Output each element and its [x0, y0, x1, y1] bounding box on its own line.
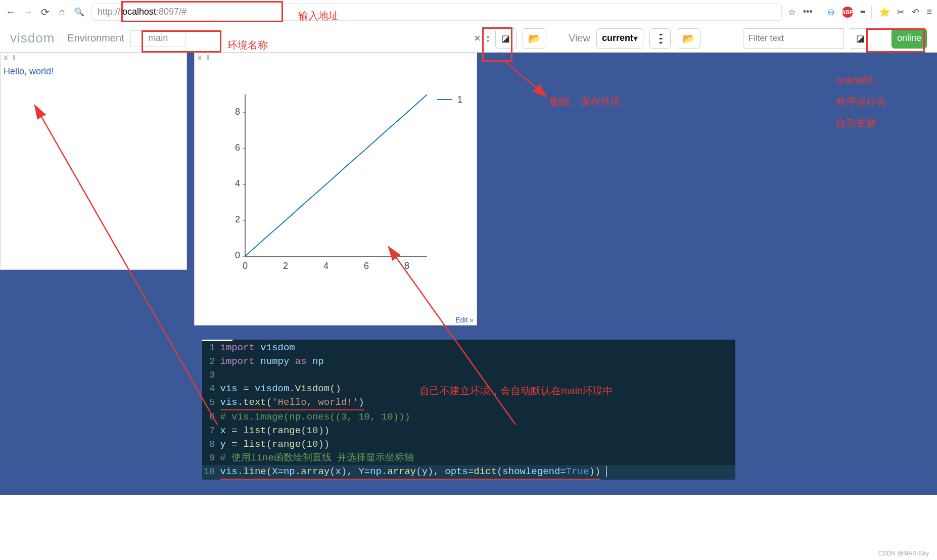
plot-edit-link[interactable]: Edit »: [455, 316, 474, 324]
eraser-button[interactable]: ◪: [495, 28, 517, 49]
environment-label: Environment: [67, 32, 124, 44]
eraser-icon: ◪: [501, 33, 510, 44]
reload-icon[interactable]: ⟳: [39, 6, 51, 18]
ext-icon-grid[interactable]: ▪▪: [860, 7, 865, 17]
svg-text:8: 8: [235, 107, 240, 117]
folder-open-icon: 📂: [682, 32, 695, 44]
view-label: View: [569, 32, 590, 44]
folder-button-2[interactable]: 📂: [677, 28, 700, 49]
adblock-icon[interactable]: ABP: [842, 7, 853, 18]
watermark: CSDN @MAR-Sky: [878, 550, 929, 557]
menu-icon[interactable]: ≡: [926, 7, 932, 17]
svg-text:2: 2: [235, 214, 240, 224]
ext-icon-1[interactable]: ⊖: [827, 7, 835, 18]
plot-panel[interactable]: X ⇩ 0 2 4 6 8 0 2 4: [194, 53, 477, 325]
divider: [871, 6, 872, 19]
eraser-icon: ◪: [856, 33, 865, 44]
line-chart: 0 2 4 6 8 0 2 4 6 8 1: [195, 64, 467, 307]
pin-icon[interactable]: ⇩: [205, 54, 211, 63]
grid-button[interactable]: ▪▪▪▪▪▪▪▪▪: [649, 28, 671, 49]
back-icon[interactable]: ←: [5, 6, 16, 18]
search-icon[interactable]: 🔍: [74, 7, 85, 17]
close-icon[interactable]: X: [4, 54, 8, 63]
env-stepper[interactable]: ▴▾: [487, 34, 489, 43]
star-icon[interactable]: ☆: [788, 7, 796, 18]
code-area: 1import visdom 2import numpy as np 3 4vi…: [0, 340, 937, 495]
folder-open-icon: 📂: [528, 32, 541, 44]
url-protocol: http://: [98, 7, 120, 17]
scissors-icon[interactable]: ✂: [897, 7, 905, 18]
visdom-canvas: X ⇩ Hello, world! X ⇩ 0 2 4 6 8: [0, 53, 937, 340]
folder-button[interactable]: 📂: [523, 28, 546, 49]
svg-text:8: 8: [404, 261, 409, 271]
text-panel[interactable]: X ⇩ Hello, world!: [0, 53, 187, 270]
svg-text:1: 1: [457, 95, 462, 105]
svg-text:4: 4: [323, 261, 329, 271]
view-select[interactable]: current ▾: [596, 28, 643, 49]
filter-eraser-button[interactable]: ◪: [850, 28, 871, 49]
svg-text:6: 6: [364, 261, 369, 271]
browser-right-icons: ☆ ••• ⊖ ABP ▪▪ ⭐ ✂ ↶ ≡: [788, 6, 932, 19]
text-panel-content: Hello, world!: [1, 64, 186, 79]
svg-text:4: 4: [235, 178, 240, 189]
divider: [820, 6, 820, 19]
address-bar[interactable]: http://localhost:8097/#: [91, 4, 782, 21]
url-path: :8097/#: [156, 7, 186, 17]
svg-text:0: 0: [235, 250, 240, 260]
code-block: 1import visdom 2import numpy as np 3 4vi…: [202, 340, 735, 480]
svg-text:0: 0: [243, 261, 248, 271]
divider: [61, 31, 61, 46]
forward-icon[interactable]: →: [22, 6, 33, 18]
grid-icon: ▪▪▪▪▪▪▪▪▪: [659, 32, 661, 44]
bookmark-icon[interactable]: ⭐: [879, 7, 890, 18]
brand-label: visdom: [10, 30, 55, 46]
online-button[interactable]: online: [892, 28, 927, 49]
undo-icon[interactable]: ↶: [912, 7, 919, 18]
environment-input[interactable]: [130, 30, 186, 46]
browser-chrome: ← → ⟳ ⌂ 🔍 http://localhost:8097/# ☆ ••• …: [0, 0, 937, 24]
panel-header: X ⇩: [195, 53, 477, 64]
visdom-toolbar: visdom Environment × ▴▾ ◪ 📂 View current…: [0, 24, 937, 53]
home-icon[interactable]: ⌂: [57, 6, 68, 18]
filter-input[interactable]: [743, 28, 844, 49]
panel-header: X ⇩: [1, 53, 186, 64]
close-icon[interactable]: X: [198, 54, 202, 63]
pin-icon[interactable]: ⇩: [11, 54, 17, 63]
more-icon[interactable]: •••: [803, 7, 813, 17]
url-host: localhost: [120, 7, 156, 17]
clear-env-x[interactable]: ×: [474, 32, 481, 45]
caret-down-icon: ▾: [633, 33, 638, 44]
svg-text:6: 6: [235, 143, 240, 153]
svg-text:2: 2: [283, 261, 288, 271]
